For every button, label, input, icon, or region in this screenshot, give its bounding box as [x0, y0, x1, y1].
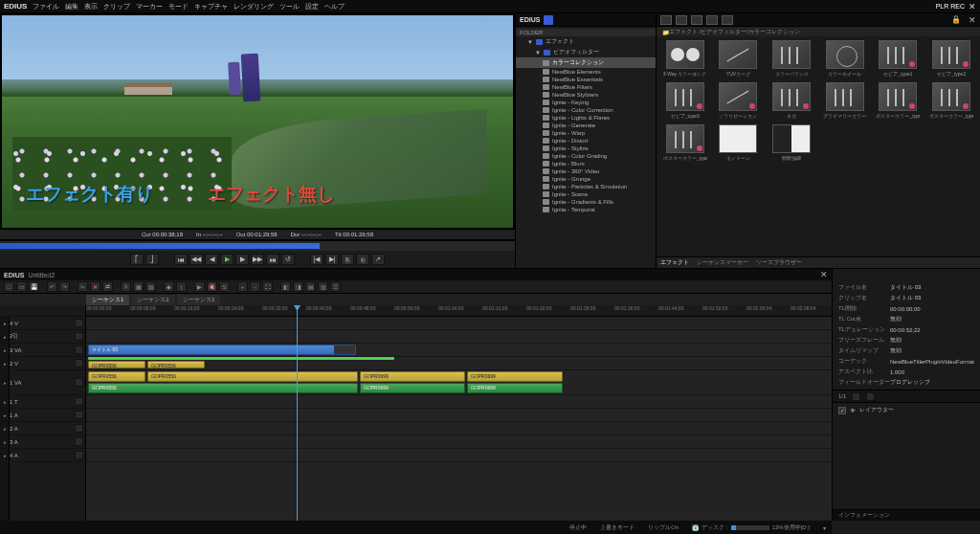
fx-sort-icon[interactable]: [722, 15, 733, 25]
folder-item[interactable]: Ignite - Blurs: [516, 160, 656, 167]
tb-delete[interactable]: ✖: [90, 281, 100, 292]
track-label-1va[interactable]: ▸1 VA: [0, 370, 85, 395]
mute-4a[interactable]: [75, 451, 83, 459]
folder-video-filter[interactable]: ▼ビデオフィルター: [516, 47, 656, 57]
close-timeline-icon[interactable]: ✕: [820, 270, 828, 279]
mark-in-button[interactable]: ⎡: [130, 254, 144, 265]
close-preview-icon[interactable]: ✕: [969, 2, 976, 11]
effect-item[interactable]: YUVカーブ: [714, 40, 764, 77]
tb-open[interactable]: ▭: [16, 281, 27, 292]
effect-item[interactable]: 明暗強調: [767, 124, 816, 161]
folder-item[interactable]: Ignite - Keying: [516, 99, 656, 106]
seq-tab-3[interactable]: シーケンス3: [177, 295, 220, 305]
menu-view[interactable]: 表示: [84, 2, 98, 11]
tb-undo[interactable]: ↶: [47, 281, 57, 292]
seq-tab-1[interactable]: シーケンス1: [86, 295, 129, 305]
track-area[interactable]: 00:00:00;0000:00:08;0000:00:16;0000:00:2…: [86, 305, 832, 521]
eye-icon[interactable]: 👁: [850, 408, 856, 413]
effect-item[interactable]: ネガ: [767, 82, 816, 119]
effect-item[interactable]: ソラリゼーション: [714, 82, 764, 119]
tb-ungroup[interactable]: ▨: [145, 281, 156, 292]
clip-1va-v3[interactable]: GOPR0699: [360, 371, 465, 382]
track-label-2a[interactable]: ▸2 A: [0, 422, 85, 435]
tb-group[interactable]: ▦: [133, 281, 144, 292]
folder-item[interactable]: Ignite - Temporal: [516, 206, 656, 213]
fx-thumb-icon[interactable]: [706, 15, 718, 25]
mute-1t[interactable]: [75, 397, 83, 406]
check-icon[interactable]: ✓: [838, 407, 846, 414]
tb-save[interactable]: 💾: [29, 281, 39, 292]
tb-ripple[interactable]: ⇄: [102, 281, 113, 292]
effect-item[interactable]: カラーバランス: [767, 40, 816, 77]
tb-redo[interactable]: ↷: [59, 281, 70, 292]
info-grid-icon[interactable]: [866, 392, 875, 401]
scrub-bar[interactable]: [0, 241, 515, 251]
tb-new[interactable]: □: [4, 281, 14, 292]
clip-1va-a2[interactable]: GOPR0699: [360, 383, 465, 393]
track-label-4v[interactable]: ▸4 V: [0, 317, 85, 330]
folder-item[interactable]: Ignite - Lights & Flares: [516, 114, 656, 122]
loop-button[interactable]: ↺: [281, 254, 295, 265]
clip-1va-v4[interactable]: GOPR0699: [467, 371, 563, 382]
fx-tree-icon[interactable]: [676, 15, 687, 25]
info-list-icon[interactable]: [852, 392, 860, 401]
track-label-1a[interactable]: ▸1 A: [0, 409, 85, 422]
mute-2a[interactable]: [75, 424, 83, 433]
folder-item[interactable]: Ignite - Color Grading: [516, 152, 656, 160]
menu-help[interactable]: ヘルプ: [324, 2, 345, 11]
clip-1va-v2[interactable]: GOPR0556: [147, 371, 358, 382]
seq-tab-2[interactable]: シーケンス2: [131, 295, 174, 305]
clip-2v-2[interactable]: GOPR0556: [147, 361, 205, 368]
close-effects-icon[interactable]: ✕: [969, 15, 976, 25]
clip-1va-a3[interactable]: GOPR0699: [467, 383, 563, 393]
tb-misc4[interactable]: ▥: [318, 281, 328, 292]
menu-tool[interactable]: ツール: [279, 2, 300, 11]
tab-effects[interactable]: エフェクト: [660, 258, 689, 267]
folder-item[interactable]: Ignite - Grunge: [516, 175, 656, 183]
menu-edit[interactable]: 編集: [65, 2, 78, 11]
track-label-1t[interactable]: ▸1 T: [0, 395, 85, 409]
fx-list-icon[interactable]: [691, 15, 702, 25]
mute-1a[interactable]: [75, 411, 83, 419]
effect-item[interactable]: 3-Way カラーコレクション: [660, 40, 710, 77]
tb-cut[interactable]: ✂: [78, 281, 88, 292]
effect-item[interactable]: カラーホイール: [820, 40, 870, 77]
menu-capture[interactable]: キャプチャ: [194, 2, 228, 11]
clip-2v-1[interactable]: GOPR0556: [88, 361, 145, 368]
tb-marker[interactable]: ◆: [164, 281, 174, 292]
tb-misc3[interactable]: ▤: [305, 281, 316, 292]
frame-back-button[interactable]: ◀: [205, 254, 218, 265]
time-ruler[interactable]: 00:00:00;0000:00:08;0000:00:16;0000:00:2…: [86, 305, 832, 317]
effect-item[interactable]: ポスターカラー_type1: [874, 82, 924, 119]
playhead[interactable]: [297, 305, 298, 521]
preview-viewport[interactable]: エフェクト有り エフェクト無し: [2, 15, 513, 228]
next-edit-button[interactable]: ▶|: [325, 254, 339, 265]
lock-icon[interactable]: 🔒: [951, 15, 961, 24]
folder-item[interactable]: Ignite - Distort: [516, 137, 656, 145]
fx-strip-2v[interactable]: [88, 357, 394, 360]
folder-item[interactable]: Ignite - Stylize: [516, 145, 656, 152]
folder-item[interactable]: NewBlue Elements: [516, 68, 656, 76]
mute-2v[interactable]: [75, 359, 83, 367]
track-label-3va[interactable]: ▸3 VA: [0, 344, 85, 357]
overwrite-button[interactable]: ⎗: [356, 254, 369, 265]
step-fwd-button[interactable]: ▶▶: [251, 254, 264, 265]
step-back-button[interactable]: ◀◀: [189, 254, 203, 265]
fx-view-icon[interactable]: [660, 15, 672, 25]
mute-3a[interactable]: [75, 437, 83, 446]
tb-zoom-out[interactable]: −: [250, 281, 260, 292]
tb-zoom-in[interactable]: +: [237, 281, 248, 292]
folder-item[interactable]: NewBlue Stylizers: [516, 91, 656, 99]
info-layouter-row[interactable]: ✓ 👁 レイアウター: [836, 405, 976, 415]
menu-marker[interactable]: マーカー: [136, 2, 163, 11]
tb-split[interactable]: |: [176, 281, 187, 292]
mute-1va[interactable]: [75, 378, 83, 387]
folder-item[interactable]: Ignite - Particles & Simulation: [516, 183, 656, 190]
clip-title[interactable]: タイトル 03: [88, 345, 356, 355]
folder-color-correction[interactable]: カラーコレクション: [516, 57, 656, 68]
menu-settings[interactable]: 設定: [305, 2, 319, 11]
folder-item[interactable]: Ignite - 360° Video: [516, 167, 656, 175]
menu-mode[interactable]: モード: [168, 2, 189, 11]
effect-item[interactable]: ポスターカラー_type2: [926, 82, 976, 119]
folder-item[interactable]: Ignite - Color Correction: [516, 106, 656, 114]
